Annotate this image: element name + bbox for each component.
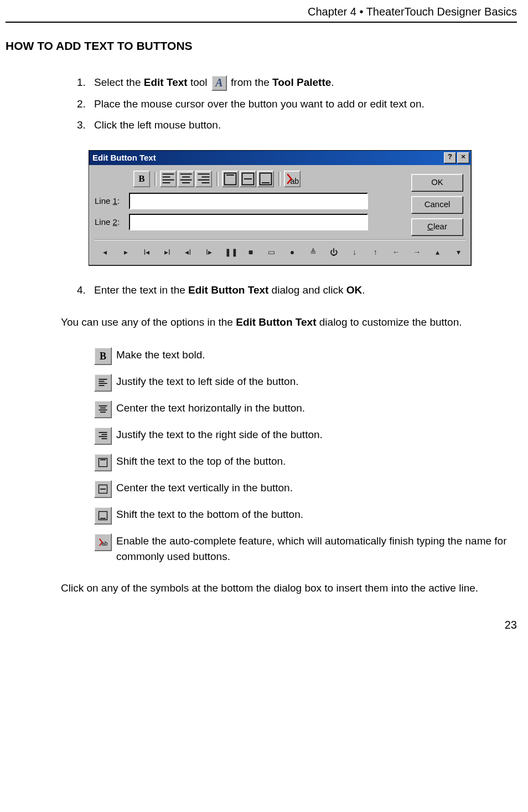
autocomplete-desc: Enable the auto-complete feature, which …: [116, 533, 517, 564]
section-title: HOW TO ADD TEXT TO BUTTONS: [6, 39, 517, 53]
valign-top-desc: Shift the text to the top of the button.: [116, 454, 286, 469]
symbol-rew-icon[interactable]: ◂I: [183, 248, 193, 256]
cancel-button[interactable]: Cancel: [411, 196, 463, 214]
symbol-down-icon[interactable]: ↓: [350, 248, 360, 256]
line2-input[interactable]: [129, 214, 368, 230]
autocomplete-button[interactable]: ab: [284, 171, 301, 187]
symbol-rect-icon[interactable]: ▭: [267, 248, 277, 256]
clear-button[interactable]: Clear: [411, 218, 463, 236]
valign-top-button[interactable]: [222, 171, 239, 187]
bold-icon: B: [94, 347, 112, 365]
symbol-skip-fwd-icon[interactable]: ▸I: [163, 248, 173, 256]
bold-button[interactable]: B: [133, 171, 150, 187]
close-button[interactable]: ×: [457, 152, 469, 163]
align-center-icon: [94, 400, 112, 418]
line1-input[interactable]: [129, 193, 368, 209]
symbol-power-icon[interactable]: ⏻: [329, 248, 339, 256]
align-right-button[interactable]: [195, 171, 212, 187]
dialog-title: Edit Button Text: [92, 153, 156, 162]
step-4: Enter the text in the Edit Button Text d…: [89, 282, 517, 299]
symbol-ffwd-icon[interactable]: I▸: [204, 248, 214, 256]
symbol-eject-icon[interactable]: ≜: [308, 248, 318, 256]
align-right-icon: [94, 427, 112, 445]
valign-top-icon: [94, 454, 112, 471]
valign-bottom-icon: [94, 507, 112, 525]
step-3: Click the left mouse button.: [89, 117, 517, 133]
dialog-titlebar: Edit Button Text ? ×: [89, 151, 471, 165]
valign-center-button[interactable]: [240, 171, 256, 187]
step-2: Place the mouse cursor over the button y…: [89, 96, 517, 112]
symbol-skip-back-icon[interactable]: I◂: [142, 248, 152, 256]
valign-center-desc: Center the text vertically in the button…: [116, 480, 293, 496]
symbol-rec-icon[interactable]: ●: [287, 248, 297, 256]
page-header: Chapter 4 • TheaterTouch Designer Basics: [6, 0, 517, 23]
align-right-desc: Justify the text to the right side of th…: [116, 427, 323, 443]
line1-label: Line 1:: [95, 196, 129, 205]
closing-paragraph: Click on any of the symbols at the botto…: [61, 580, 517, 597]
align-left-button[interactable]: [160, 171, 177, 187]
valign-bottom-button[interactable]: [257, 171, 274, 187]
paragraph-customize: You can use any of the options in the Ed…: [61, 315, 517, 331]
icon-descriptions: B Make the text bold. Justify the text t…: [94, 347, 517, 564]
autocomplete-icon: ab: [94, 533, 112, 551]
step-1: Select the Edit Text tool A from the Too…: [89, 75, 517, 91]
symbol-tri-up-icon[interactable]: ▴: [433, 248, 443, 256]
help-button[interactable]: ?: [444, 152, 456, 163]
svg-text:ab: ab: [291, 177, 299, 186]
bold-desc: Make the text bold.: [116, 347, 205, 363]
align-center-button[interactable]: [178, 171, 194, 187]
symbol-stop-icon[interactable]: ■: [246, 248, 256, 256]
symbol-right-icon[interactable]: →: [412, 248, 422, 256]
symbol-up-icon[interactable]: ↑: [370, 248, 380, 256]
page-number: 23: [6, 619, 517, 631]
align-left-desc: Justify the text to left side of the but…: [116, 374, 299, 389]
align-center-desc: Center the text horizontally in the butt…: [116, 400, 305, 416]
symbol-left-icon[interactable]: ←: [391, 248, 401, 256]
steps-list: Select the Edit Text tool A from the Too…: [72, 75, 517, 133]
edit-text-tool-icon: A: [211, 75, 227, 91]
steps-list-cont: Enter the text in the Edit Button Text d…: [72, 282, 517, 299]
valign-center-icon: [94, 480, 112, 498]
line2-label: Line 2:: [95, 217, 129, 227]
valign-bottom-desc: Shift the text to the bottom of the butt…: [116, 507, 303, 522]
edit-button-text-dialog: Edit Button Text ? × B ab Line 1: Line 2…: [89, 150, 472, 266]
symbol-pause-icon[interactable]: ❚❚: [225, 248, 235, 256]
symbol-next-icon[interactable]: ▸: [121, 248, 131, 256]
svg-text:ab: ab: [102, 541, 108, 547]
ok-button[interactable]: OK: [411, 174, 463, 192]
align-left-icon: [94, 374, 112, 392]
symbol-prev-icon[interactable]: ◂: [100, 248, 110, 256]
symbol-tri-down-icon[interactable]: ▾: [454, 248, 464, 256]
symbol-row: ◂ ▸ I◂ ▸I ◂I I▸ ❚❚ ■ ▭ ● ≜ ⏻ ↓ ↑ ← → ▴ ▾: [95, 239, 465, 259]
